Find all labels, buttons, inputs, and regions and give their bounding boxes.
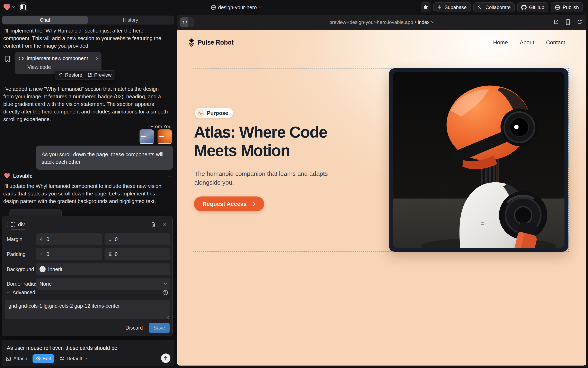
attachment-thumbnail-blue[interactable]: [140, 129, 154, 144]
preview-toolbar: preview--design-your-hero.lovable.app / …: [177, 15, 586, 30]
selected-element-tag: div: [18, 221, 25, 228]
border-radius-select[interactable]: None: [36, 278, 171, 290]
nav-contact[interactable]: Contact: [546, 39, 565, 46]
margin-x-input[interactable]: 0: [36, 233, 102, 245]
preview-panel: preview--design-your-hero.lovable.app / …: [177, 15, 586, 366]
tab-history[interactable]: History: [88, 16, 173, 24]
purpose-badge-label: Purpose: [207, 110, 228, 116]
save-button[interactable]: Save: [149, 323, 170, 333]
assistant-header: Lovable ···: [4, 172, 172, 180]
help-icon[interactable]: [163, 290, 168, 295]
collaborate-button[interactable]: Collaborate: [474, 2, 514, 12]
restore-label: Restore: [65, 72, 82, 78]
lovable-logo-icon[interactable]: [3, 4, 11, 11]
preview-label: Preview: [94, 72, 112, 78]
advanced-classes-value: grid grid-cols-1 lg:grid-cols-2 gap-12 i…: [8, 303, 120, 309]
purpose-badge: Purpose: [195, 108, 233, 118]
preview-button[interactable]: Preview: [87, 72, 112, 78]
padding-label: Padding: [7, 251, 26, 257]
restore-icon: [58, 73, 63, 77]
resize-handle[interactable]: [166, 315, 169, 319]
request-access-label: Request Access: [203, 201, 247, 207]
robot-image: [393, 72, 564, 248]
edit-label: Edit: [43, 356, 51, 361]
pulse-icon: [198, 111, 203, 115]
bookmark-icon[interactable]: [5, 56, 10, 62]
open-in-new-tab-button[interactable]: [554, 19, 559, 25]
send-button[interactable]: [161, 353, 171, 363]
refresh-icon: [577, 19, 582, 25]
chat-composer[interactable]: As user mouse roll over, these cards sho…: [2, 340, 174, 366]
supabase-label: Supabase: [445, 4, 467, 10]
padding-y-icon: [108, 252, 112, 256]
external-link-icon: [554, 19, 559, 25]
selected-element-chip[interactable]: div: [7, 220, 29, 230]
nav-home[interactable]: Home: [493, 39, 508, 46]
close-icon[interactable]: [163, 222, 167, 227]
external-link-icon: [87, 73, 92, 77]
chat-panel: Chat History I'll implement the "Why Hum…: [2, 15, 174, 368]
composer-input[interactable]: As user mouse roll over, these cards sho…: [7, 345, 117, 351]
mobile-view-button[interactable]: [566, 19, 570, 25]
chevron-down-icon: [84, 358, 87, 360]
project-switcher[interactable]: design-your-hero: [211, 4, 262, 11]
code-icon: [19, 56, 24, 61]
assistant-name: Lovable: [13, 173, 162, 179]
border-radius-label: Border radius: [7, 281, 38, 287]
request-access-button[interactable]: Request Access: [194, 196, 264, 212]
sidebar-toggle-icon: [20, 4, 26, 10]
nav-about[interactable]: About: [520, 39, 534, 46]
view-code-link[interactable]: View code: [28, 64, 98, 70]
tab-chat[interactable]: Chat: [2, 16, 88, 24]
chevron-down-icon[interactable]: [7, 291, 10, 294]
publish-label: Publish: [563, 4, 579, 10]
chevron-down-icon[interactable]: [12, 6, 16, 8]
collaborate-label: Collaborate: [485, 4, 511, 10]
padding-x-input[interactable]: 0: [36, 248, 102, 260]
publish-globe-icon: [555, 5, 560, 10]
preview-url-page: index: [418, 19, 429, 25]
padding-x-icon: [39, 252, 44, 256]
background-label: Background: [7, 267, 34, 272]
collaborate-icon: [477, 5, 483, 10]
delete-element-icon[interactable]: [151, 222, 156, 227]
site-brand-name: Pulse Robot: [198, 39, 233, 46]
margin-y-input[interactable]: 0: [104, 233, 171, 245]
site-canvas: Pulse Robot Home About Contact Purpose A…: [177, 30, 586, 366]
top-bar: design-your-hero Supabase Collaborate Gi…: [0, 0, 588, 15]
margin-y-icon: [108, 237, 112, 241]
hero-image-card: [389, 68, 568, 252]
margin-label: Margin: [7, 236, 22, 242]
supabase-button[interactable]: Supabase: [433, 2, 471, 12]
chevron-down-icon: [163, 283, 167, 285]
model-mode-select[interactable]: Default: [59, 356, 87, 361]
padding-y-input[interactable]: 0: [104, 248, 171, 260]
advanced-classes-textarea[interactable]: grid grid-cols-1 lg:grid-cols-2 gap-12 i…: [5, 300, 170, 319]
github-button[interactable]: GitHub: [517, 2, 548, 12]
user-message: As you scroll down the page, these compo…: [36, 146, 173, 170]
preview-url-bar[interactable]: preview--design-your-hero.lovable.app / …: [177, 15, 586, 30]
advanced-label[interactable]: Advanced: [12, 289, 35, 295]
refresh-button[interactable]: [577, 19, 582, 25]
dashed-box-icon: [10, 222, 16, 227]
background-input[interactable]: Inherit: [36, 263, 171, 275]
publish-button[interactable]: Publish: [551, 2, 583, 12]
site-brand[interactable]: Pulse Robot: [188, 38, 233, 47]
attachment-thumbnail-orange[interactable]: [158, 129, 172, 144]
margin-x-icon: [39, 237, 44, 241]
assistant-message-2: I've added a new "Why Humanoid" section …: [3, 85, 169, 123]
attach-button[interactable]: Attach: [6, 356, 27, 361]
settings-button[interactable]: [421, 2, 430, 12]
sidebar-toggle-button[interactable]: [18, 2, 28, 12]
background-value: Inherit: [48, 267, 62, 272]
preview-url-separator: /: [415, 19, 416, 25]
sliders-icon: [59, 356, 65, 361]
target-icon: [36, 356, 41, 361]
discard-button[interactable]: Discard: [125, 325, 143, 331]
chat-history-tabs: Chat History: [2, 16, 174, 25]
message-menu-button[interactable]: ···: [165, 173, 172, 179]
edit-mode-button[interactable]: Edit: [33, 354, 54, 363]
preview-url-host: preview--design-your-hero.lovable.app: [329, 19, 413, 25]
restore-button[interactable]: Restore: [58, 72, 82, 78]
attach-label: Attach: [13, 356, 27, 361]
